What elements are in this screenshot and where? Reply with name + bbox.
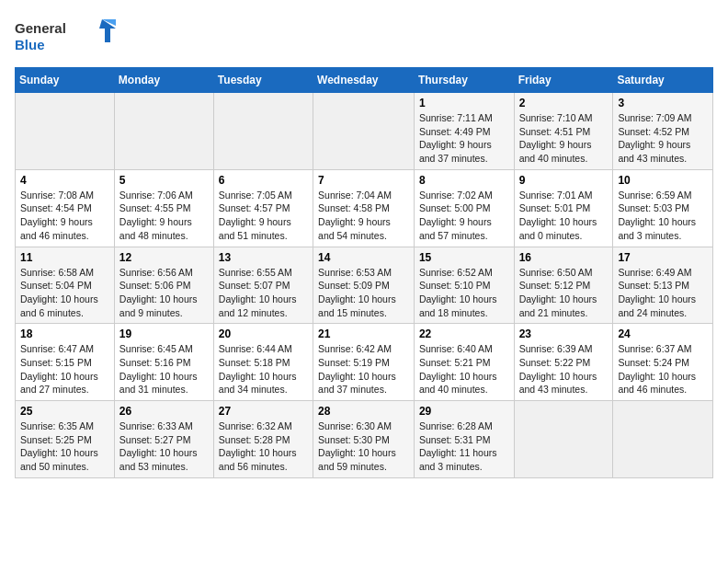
day-info: Sunrise: 6:42 AM Sunset: 5:19 PM Dayligh… <box>318 342 409 396</box>
calendar-table: SundayMondayTuesdayWednesdayThursdayFrid… <box>15 67 713 478</box>
day-number: 25 <box>20 405 109 418</box>
day-number: 2 <box>519 97 609 109</box>
calendar-cell: 7Sunrise: 7:04 AM Sunset: 4:58 PM Daylig… <box>313 169 415 247</box>
day-info: Sunrise: 6:35 AM Sunset: 5:25 PM Dayligh… <box>20 419 109 474</box>
calendar-cell: 28Sunrise: 6:30 AM Sunset: 5:30 PM Dayli… <box>313 401 415 478</box>
calendar-cell <box>16 93 115 170</box>
day-number: 1 <box>419 97 509 109</box>
generalblue-logo: General Blue <box>15 15 116 56</box>
column-header-wednesday: Wednesday <box>313 68 415 93</box>
day-number: 26 <box>119 405 209 418</box>
calendar-week-row: 11Sunrise: 6:58 AM Sunset: 5:04 PM Dayli… <box>16 247 713 324</box>
day-number: 22 <box>419 327 509 340</box>
column-header-saturday: Saturday <box>613 68 713 93</box>
calendar-cell: 8Sunrise: 7:02 AM Sunset: 5:00 PM Daylig… <box>414 169 514 247</box>
calendar-cell <box>613 401 713 478</box>
day-number: 24 <box>618 327 708 340</box>
calendar-cell <box>114 93 213 170</box>
day-info: Sunrise: 6:32 AM Sunset: 5:28 PM Dayligh… <box>219 419 308 474</box>
calendar-cell: 3Sunrise: 7:09 AM Sunset: 4:52 PM Daylig… <box>613 93 713 170</box>
calendar-cell: 2Sunrise: 7:10 AM Sunset: 4:51 PM Daylig… <box>514 93 613 170</box>
calendar-cell: 25Sunrise: 6:35 AM Sunset: 5:25 PM Dayli… <box>16 401 115 478</box>
calendar-cell <box>213 93 313 170</box>
day-number: 29 <box>419 405 509 418</box>
calendar-cell <box>313 93 415 170</box>
calendar-cell: 10Sunrise: 6:59 AM Sunset: 5:03 PM Dayli… <box>613 169 713 247</box>
day-info: Sunrise: 6:58 AM Sunset: 5:04 PM Dayligh… <box>20 266 109 320</box>
day-info: Sunrise: 7:02 AM Sunset: 5:00 PM Dayligh… <box>419 189 509 243</box>
day-info: Sunrise: 7:01 AM Sunset: 5:01 PM Dayligh… <box>519 189 609 243</box>
calendar-cell: 15Sunrise: 6:52 AM Sunset: 5:10 PM Dayli… <box>414 247 514 324</box>
day-info: Sunrise: 6:49 AM Sunset: 5:13 PM Dayligh… <box>618 266 708 320</box>
day-number: 21 <box>318 327 409 340</box>
calendar-cell: 13Sunrise: 6:55 AM Sunset: 5:07 PM Dayli… <box>213 247 313 324</box>
day-info: Sunrise: 7:06 AM Sunset: 4:55 PM Dayligh… <box>119 189 209 243</box>
day-number: 12 <box>119 251 209 264</box>
day-number: 28 <box>318 405 409 418</box>
calendar-cell: 21Sunrise: 6:42 AM Sunset: 5:19 PM Dayli… <box>313 324 415 401</box>
day-number: 19 <box>119 327 209 340</box>
day-info: Sunrise: 7:11 AM Sunset: 4:49 PM Dayligh… <box>419 111 509 166</box>
day-number: 3 <box>618 97 708 109</box>
calendar-cell <box>514 401 613 478</box>
day-info: Sunrise: 6:37 AM Sunset: 5:24 PM Dayligh… <box>618 342 708 396</box>
calendar-cell: 11Sunrise: 6:58 AM Sunset: 5:04 PM Dayli… <box>16 247 115 324</box>
column-header-sunday: Sunday <box>16 68 115 93</box>
calendar-cell: 12Sunrise: 6:56 AM Sunset: 5:06 PM Dayli… <box>114 247 213 324</box>
day-info: Sunrise: 7:10 AM Sunset: 4:51 PM Dayligh… <box>519 111 609 166</box>
day-number: 13 <box>219 251 308 264</box>
calendar-cell: 24Sunrise: 6:37 AM Sunset: 5:24 PM Dayli… <box>613 324 713 401</box>
day-info: Sunrise: 6:56 AM Sunset: 5:06 PM Dayligh… <box>119 266 209 320</box>
day-number: 20 <box>219 327 308 340</box>
svg-text:Blue: Blue <box>15 37 45 52</box>
calendar-cell: 26Sunrise: 6:33 AM Sunset: 5:27 PM Dayli… <box>114 401 213 478</box>
day-number: 9 <box>519 174 609 187</box>
day-number: 14 <box>318 251 409 264</box>
day-info: Sunrise: 6:33 AM Sunset: 5:27 PM Dayligh… <box>119 419 209 474</box>
day-number: 8 <box>419 174 509 187</box>
day-info: Sunrise: 7:08 AM Sunset: 4:54 PM Dayligh… <box>20 189 109 243</box>
calendar-cell: 22Sunrise: 6:40 AM Sunset: 5:21 PM Dayli… <box>414 324 514 401</box>
day-info: Sunrise: 6:47 AM Sunset: 5:15 PM Dayligh… <box>20 342 109 396</box>
day-number: 7 <box>318 174 409 187</box>
calendar-cell: 17Sunrise: 6:49 AM Sunset: 5:13 PM Dayli… <box>613 247 713 324</box>
column-header-monday: Monday <box>114 68 213 93</box>
calendar-week-row: 18Sunrise: 6:47 AM Sunset: 5:15 PM Dayli… <box>16 324 713 401</box>
calendar-cell: 27Sunrise: 6:32 AM Sunset: 5:28 PM Dayli… <box>213 401 313 478</box>
column-header-tuesday: Tuesday <box>213 68 313 93</box>
day-info: Sunrise: 6:50 AM Sunset: 5:12 PM Dayligh… <box>519 266 609 320</box>
calendar-week-row: 25Sunrise: 6:35 AM Sunset: 5:25 PM Dayli… <box>16 401 713 478</box>
day-info: Sunrise: 6:30 AM Sunset: 5:30 PM Dayligh… <box>318 419 409 474</box>
calendar-cell: 4Sunrise: 7:08 AM Sunset: 4:54 PM Daylig… <box>16 169 115 247</box>
day-info: Sunrise: 6:44 AM Sunset: 5:18 PM Dayligh… <box>219 342 308 396</box>
day-number: 10 <box>618 174 708 187</box>
day-info: Sunrise: 7:04 AM Sunset: 4:58 PM Dayligh… <box>318 189 409 243</box>
calendar-cell: 6Sunrise: 7:05 AM Sunset: 4:57 PM Daylig… <box>213 169 313 247</box>
day-info: Sunrise: 7:09 AM Sunset: 4:52 PM Dayligh… <box>618 111 708 166</box>
day-number: 11 <box>20 251 109 264</box>
calendar-cell: 5Sunrise: 7:06 AM Sunset: 4:55 PM Daylig… <box>114 169 213 247</box>
day-number: 4 <box>20 174 109 187</box>
day-info: Sunrise: 6:28 AM Sunset: 5:31 PM Dayligh… <box>419 419 509 474</box>
day-info: Sunrise: 6:53 AM Sunset: 5:09 PM Dayligh… <box>318 266 409 320</box>
column-header-friday: Friday <box>514 68 613 93</box>
day-number: 17 <box>618 251 708 264</box>
svg-text:General: General <box>15 20 66 36</box>
calendar-week-row: 1Sunrise: 7:11 AM Sunset: 4:49 PM Daylig… <box>16 93 713 170</box>
calendar-cell: 18Sunrise: 6:47 AM Sunset: 5:15 PM Dayli… <box>16 324 115 401</box>
day-number: 6 <box>219 174 308 187</box>
day-info: Sunrise: 6:52 AM Sunset: 5:10 PM Dayligh… <box>419 266 509 320</box>
calendar-cell: 29Sunrise: 6:28 AM Sunset: 5:31 PM Dayli… <box>414 401 514 478</box>
column-header-thursday: Thursday <box>414 68 514 93</box>
day-number: 23 <box>519 327 609 340</box>
day-info: Sunrise: 6:45 AM Sunset: 5:16 PM Dayligh… <box>119 342 209 396</box>
day-info: Sunrise: 6:40 AM Sunset: 5:21 PM Dayligh… <box>419 342 509 396</box>
day-number: 16 <box>519 251 609 264</box>
page-header: General Blue <box>15 15 713 56</box>
day-number: 18 <box>20 327 109 340</box>
calendar-header-row: SundayMondayTuesdayWednesdayThursdayFrid… <box>16 68 713 93</box>
logo: General Blue <box>15 15 116 56</box>
calendar-cell: 20Sunrise: 6:44 AM Sunset: 5:18 PM Dayli… <box>213 324 313 401</box>
calendar-cell: 14Sunrise: 6:53 AM Sunset: 5:09 PM Dayli… <box>313 247 415 324</box>
calendar-cell: 9Sunrise: 7:01 AM Sunset: 5:01 PM Daylig… <box>514 169 613 247</box>
